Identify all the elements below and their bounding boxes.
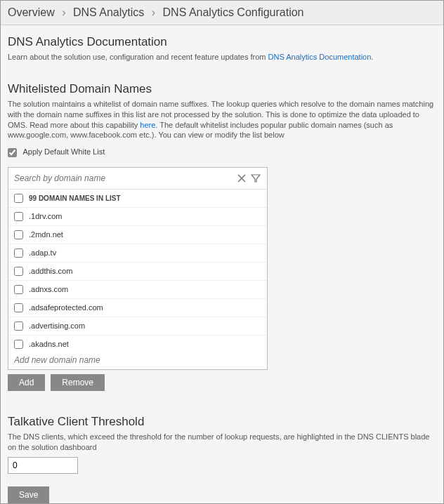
select-all-checkbox[interactable] xyxy=(14,194,23,203)
doc-desc-prefix: Learn about the solution use, configurat… xyxy=(8,53,268,61)
list-item-label: .adap.tv xyxy=(29,248,56,257)
whitelist-section-title: Whitelisted Domain Names xyxy=(8,82,436,96)
doc-description: Learn about the solution use, configurat… xyxy=(8,52,436,62)
list-item[interactable]: .addthis.com xyxy=(8,263,267,281)
list-item[interactable]: .adnxs.com xyxy=(8,281,267,299)
list-item-label: .1drv.com xyxy=(29,212,62,220)
search-input[interactable] xyxy=(13,171,235,186)
breadcrumb-item-dns-analytics[interactable]: DNS Analytics xyxy=(73,6,144,18)
list-item-label: .addthis.com xyxy=(29,267,72,275)
threshold-description: The DNS clients, which exceed the thresh… xyxy=(8,432,436,453)
list-item-label: .akadns.net xyxy=(29,340,69,348)
list-item-checkbox[interactable] xyxy=(14,321,23,331)
threshold-section-title: Talkative Client Threshold xyxy=(8,415,436,429)
apply-default-whitelist-label[interactable]: Apply Default White List xyxy=(8,147,105,156)
save-button[interactable]: Save xyxy=(8,486,49,503)
clear-search-icon[interactable] xyxy=(235,171,249,185)
list-item-checkbox[interactable] xyxy=(14,267,23,276)
threshold-input[interactable] xyxy=(8,457,78,474)
list-item-checkbox[interactable] xyxy=(14,340,23,349)
breadcrumb-item-config[interactable]: DNS Analytics Configuration xyxy=(163,6,304,18)
list-item[interactable]: .1drv.com xyxy=(8,208,267,226)
list-item-checkbox[interactable] xyxy=(14,285,23,294)
list-item-label: .advertising.com xyxy=(29,321,85,330)
breadcrumb: Overview › DNS Analytics › DNS Analytics… xyxy=(1,1,443,25)
doc-section-title: DNS Analytics Documentation xyxy=(8,35,436,49)
list-item[interactable]: .adap.tv xyxy=(8,244,267,263)
list-item-checkbox[interactable] xyxy=(14,230,23,239)
list-item-label: .adsafeprotected.com xyxy=(29,303,103,312)
list-item[interactable]: .2mdn.net xyxy=(8,226,267,244)
whitelist-scroll[interactable]: 99 DOMAIN NAMES IN LIST .1drv.com.2mdn.n… xyxy=(8,190,267,351)
add-domain-input[interactable] xyxy=(14,355,261,365)
remove-button[interactable]: Remove xyxy=(51,374,105,391)
list-count-label: 99 DOMAIN NAMES IN LIST xyxy=(29,194,121,202)
whitelist-listbox: 99 DOMAIN NAMES IN LIST .1drv.com.2mdn.n… xyxy=(8,167,268,370)
filter-icon[interactable] xyxy=(249,171,263,185)
chevron-right-icon: › xyxy=(62,6,65,19)
breadcrumb-item-overview[interactable]: Overview xyxy=(8,6,55,18)
list-item[interactable]: .akadns.net xyxy=(8,336,267,351)
list-item[interactable]: .adsafeprotected.com xyxy=(8,299,267,317)
whitelist-here-link[interactable]: here xyxy=(140,121,155,129)
doc-desc-suffix: . xyxy=(371,53,373,61)
doc-link[interactable]: DNS Analytics Documentation xyxy=(268,53,372,61)
list-item-checkbox[interactable] xyxy=(14,248,23,258)
add-button[interactable]: Add xyxy=(8,374,45,391)
list-item-label: .2mdn.net xyxy=(29,230,63,239)
list-item-checkbox[interactable] xyxy=(14,212,23,221)
apply-default-whitelist-text: Apply Default White List xyxy=(22,147,105,156)
chevron-right-icon: › xyxy=(152,6,155,19)
list-item[interactable]: .advertising.com xyxy=(8,317,267,336)
list-header-row[interactable]: 99 DOMAIN NAMES IN LIST xyxy=(8,190,267,208)
apply-default-whitelist-checkbox[interactable] xyxy=(8,148,17,157)
list-item-checkbox[interactable] xyxy=(14,303,23,312)
whitelist-description: The solution maintains a whitelist of do… xyxy=(8,99,436,140)
list-item-label: .adnxs.com xyxy=(29,285,68,293)
